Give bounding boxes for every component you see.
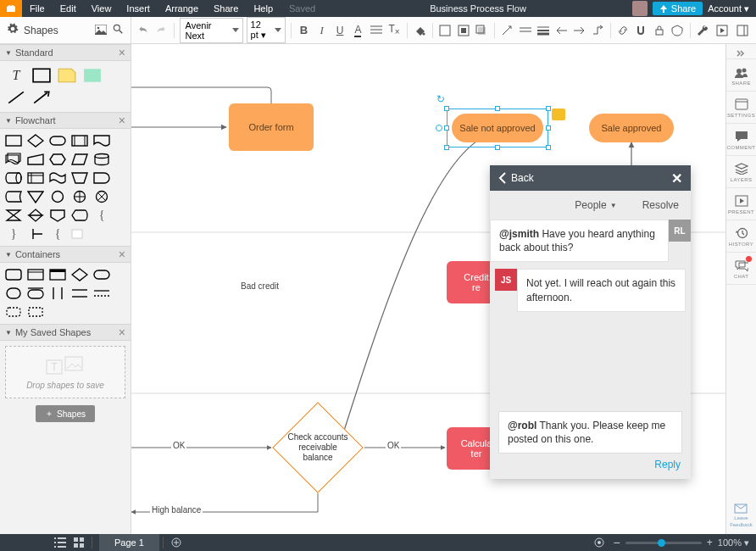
note-shape[interactable] (58, 68, 76, 83)
redo-icon[interactable] (153, 22, 168, 39)
fc-internal[interactable] (27, 171, 44, 185)
present-icon[interactable] (714, 22, 731, 39)
arrow-start-icon[interactable] (554, 22, 569, 39)
comment-marker-icon[interactable] (552, 109, 565, 120)
master-icon[interactable] (670, 22, 684, 39)
fc-process[interactable] (5, 134, 22, 147)
comment-people-dropdown[interactable]: People▼ (575, 199, 616, 211)
fc-sum[interactable] (93, 190, 110, 203)
clear-format-icon[interactable]: T× (386, 22, 401, 39)
line-icon[interactable] (500, 22, 514, 39)
line-shape[interactable] (7, 90, 25, 105)
fc-document[interactable] (93, 134, 110, 147)
section-flowchart[interactable]: ▼Flowchart× (0, 112, 131, 129)
comment-back-button[interactable]: Back (498, 172, 534, 184)
lock-icon[interactable] (652, 22, 666, 39)
canvas[interactable]: Order form Sale not approved ↻ Sale appr… (131, 44, 725, 534)
menu-help[interactable]: Help (246, 3, 281, 14)
fc-predef[interactable] (71, 134, 88, 147)
bold-icon[interactable]: B (297, 22, 311, 39)
fc-manual-op[interactable] (71, 171, 88, 185)
rail-settings[interactable]: SETTINGS (726, 92, 757, 124)
rotate-handle-icon[interactable]: ↻ (436, 93, 445, 105)
rail-chat[interactable]: CHAT (726, 253, 757, 285)
node-order-form[interactable]: Order form (229, 103, 314, 151)
line-route-icon[interactable] (590, 22, 604, 39)
ct-header[interactable] (27, 268, 44, 281)
ct-swim-v[interactable] (49, 287, 66, 300)
fc-display[interactable] (71, 209, 88, 222)
shadow-icon[interactable] (474, 22, 488, 39)
fc-brace-left[interactable]: { (93, 209, 110, 222)
panels-icon[interactable] (734, 22, 751, 39)
link-icon[interactable] (615, 22, 630, 39)
undo-icon[interactable] (136, 22, 150, 39)
arrow-shape[interactable] (32, 90, 51, 105)
fc-preparation[interactable] (49, 153, 66, 166)
ct-pill[interactable] (93, 268, 110, 281)
add-shapes-button[interactable]: ＋Shapes (36, 405, 95, 422)
fc-database[interactable] (93, 153, 110, 166)
rail-comment[interactable]: COMMENT (726, 124, 757, 156)
ct-swim-h[interactable] (71, 287, 88, 300)
text-shape[interactable]: T (7, 68, 25, 83)
menu-view[interactable]: View (84, 3, 120, 14)
italic-icon[interactable]: I (314, 22, 329, 39)
fc-stored[interactable] (5, 190, 22, 203)
fc-tape[interactable] (49, 171, 66, 185)
shapes-search-icon[interactable] (112, 23, 124, 38)
shapes-image-icon[interactable] (95, 23, 107, 38)
fc-note-indicator[interactable] (27, 227, 44, 241)
ct-brace-group[interactable] (27, 287, 44, 300)
rail-present[interactable]: PRESENT (726, 188, 757, 220)
zoom-level[interactable]: 100% ▾ (718, 537, 749, 548)
share-button[interactable]: Share (653, 2, 703, 15)
rail-share[interactable]: SHARE (726, 59, 757, 92)
close-icon[interactable]: × (119, 248, 125, 261)
underline-icon[interactable]: U (332, 22, 347, 39)
comment-reply-button[interactable]: Reply (498, 454, 682, 470)
user-avatar[interactable] (632, 1, 648, 16)
document-title[interactable]: Business Process Flow (324, 3, 632, 14)
fill-icon[interactable] (413, 22, 427, 39)
section-saved-shapes[interactable]: ▼My Saved Shapes× (0, 324, 131, 341)
line-weight-icon[interactable] (536, 22, 550, 39)
fc-connector[interactable] (49, 190, 66, 203)
rect-shape[interactable] (32, 68, 51, 83)
section-standard[interactable]: ▼Standard× (0, 44, 131, 61)
fc-multidoc[interactable] (5, 153, 22, 166)
fc-or[interactable] (71, 190, 88, 203)
ct-dash-h[interactable] (93, 287, 110, 300)
fc-delay[interactable] (93, 171, 110, 185)
close-icon[interactable]: × (119, 46, 125, 59)
ct-dash-box[interactable] (5, 305, 22, 319)
shapes-settings-icon[interactable] (7, 23, 19, 38)
comment-input[interactable]: @robl Thank you. Please keep me posted o… (498, 411, 682, 454)
ct-rounded[interactable] (5, 268, 22, 281)
rail-feedback[interactable]: LeaveFeedback (730, 497, 752, 534)
ct-dash-box2[interactable] (27, 305, 44, 319)
rail-layers[interactable]: LAYERS (726, 156, 757, 188)
hotspot-shape[interactable] (83, 68, 102, 83)
app-logo[interactable] (0, 0, 22, 17)
saved-shapes-dropzone[interactable]: T Drop shapes to save (5, 346, 125, 398)
fc-note-left[interactable]: { (49, 227, 66, 241)
ct-header2[interactable] (49, 268, 66, 281)
close-icon[interactable]: × (119, 114, 125, 127)
zoom-fit-icon[interactable] (590, 534, 609, 551)
fc-sort[interactable] (27, 209, 44, 222)
comment-resolve-button[interactable]: Resolve (642, 199, 679, 211)
fc-manual-input[interactable] (27, 153, 44, 166)
comment-close-icon[interactable]: ✕ (671, 170, 682, 186)
section-containers[interactable]: ▼Containers× (0, 246, 131, 263)
fc-merge[interactable] (27, 190, 44, 203)
menu-share[interactable]: Share (206, 3, 246, 14)
menu-edit[interactable]: Edit (53, 3, 84, 14)
fc-offpage[interactable] (49, 209, 66, 222)
fc-swatch[interactable] (71, 227, 88, 241)
ct-diamond[interactable] (71, 268, 88, 281)
close-icon[interactable]: × (119, 326, 125, 339)
account-menu[interactable]: Account ▾ (708, 3, 749, 14)
rail-history[interactable]: HISTORY (726, 220, 757, 253)
wrench-icon[interactable] (696, 22, 710, 39)
